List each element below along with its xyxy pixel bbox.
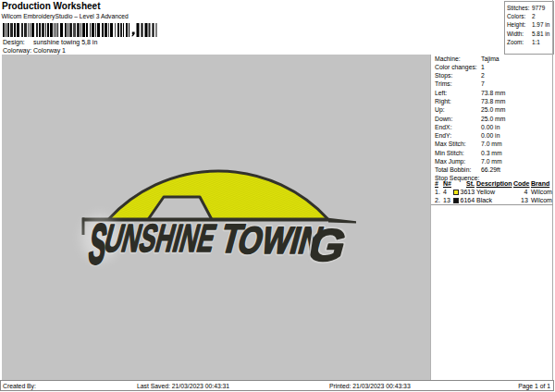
svg-text:UNSHINE: UNSHINE <box>100 216 221 260</box>
